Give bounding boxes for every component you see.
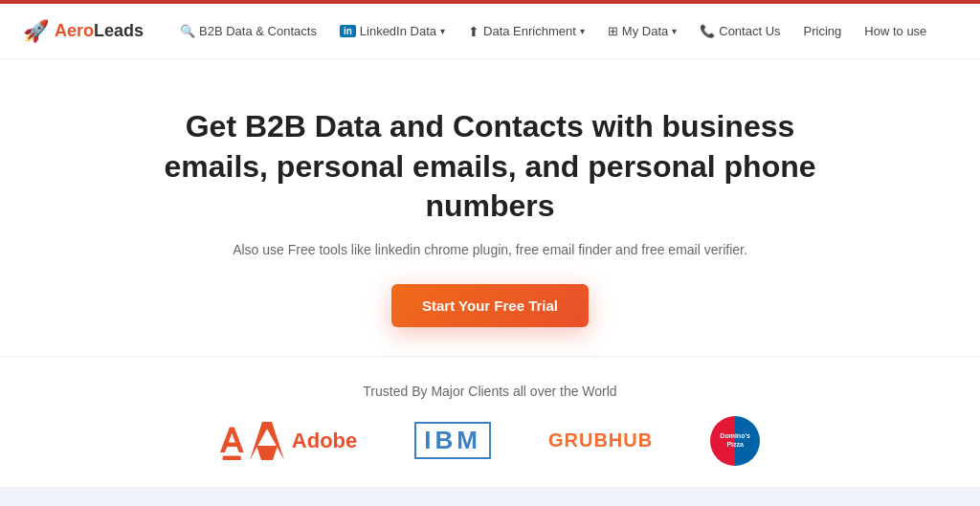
grid-icon: ⊞ <box>608 24 618 38</box>
dominos-badge: Domino'sPizza <box>710 416 760 466</box>
chevron-down-icon: ▾ <box>440 26 445 36</box>
dominos-text: Domino'sPizza <box>720 432 750 449</box>
adobe-wordmark: Adobe <box>292 429 357 453</box>
phone-icon: 📞 <box>700 24 715 38</box>
navbar: 🚀 AeroLeads 🔍 B2B Data & Contacts in Lin… <box>0 4 980 59</box>
upload-icon: ⬆ <box>468 24 479 39</box>
ibm-logo: IBM <box>414 422 491 459</box>
search-icon: 🔍 <box>180 24 195 38</box>
hero-section: Get B2B Data and Contacts with business … <box>0 59 980 356</box>
trusted-section: Trusted By Major Clients all over the Wo… <box>0 356 980 488</box>
cta-button[interactable]: Start Your Free Trial <box>391 284 589 327</box>
data-section: Get upto 60 Data points 1 full_name 2 fi… <box>0 488 980 506</box>
nav-items: 🔍 B2B Data & Contacts in LinkedIn Data ▾… <box>170 18 957 45</box>
dominos-logo: Domino'sPizza <box>710 416 760 466</box>
hero-subtext: Also use Free tools like linkedin chrome… <box>23 242 957 257</box>
nav-item-howtouse[interactable]: How to use <box>855 18 936 44</box>
nav-item-mydata[interactable]: ⊞ My Data ▾ <box>598 18 686 44</box>
adobe-logo: A̲ Adobe <box>220 422 357 460</box>
adobe-a-icon <box>250 422 284 460</box>
svg-marker-2 <box>256 446 278 460</box>
adobe-icon: A̲ <box>220 422 242 460</box>
logo-icon: 🚀 <box>23 19 49 44</box>
nav-item-b2b[interactable]: 🔍 B2B Data & Contacts <box>170 18 326 44</box>
logos-row: A̲ Adobe IBM GRUBHUB Domino'sPizza <box>23 416 957 466</box>
trusted-label: Trusted By Major Clients all over the Wo… <box>23 384 957 399</box>
nav-item-contact[interactable]: 📞 Contact Us <box>690 18 790 44</box>
hero-headline: Get B2B Data and Contacts with business … <box>136 107 844 227</box>
nav-item-enrichment[interactable]: ⬆ Data Enrichment ▾ <box>458 18 594 45</box>
ibm-wordmark: IBM <box>414 422 491 459</box>
grubhub-logo: GRUBHUB <box>548 429 653 451</box>
nav-item-linkedin[interactable]: in LinkedIn Data ▾ <box>330 18 455 44</box>
chevron-down-icon-3: ▾ <box>672 26 677 36</box>
logo[interactable]: 🚀 AeroLeads <box>23 19 144 44</box>
grubhub-wordmark: GRUBHUB <box>548 429 653 451</box>
nav-item-pricing[interactable]: Pricing <box>794 18 852 44</box>
chevron-down-icon-2: ▾ <box>580 26 585 36</box>
linkedin-badge: in <box>340 25 356 37</box>
logo-text: AeroLeads <box>55 21 144 41</box>
